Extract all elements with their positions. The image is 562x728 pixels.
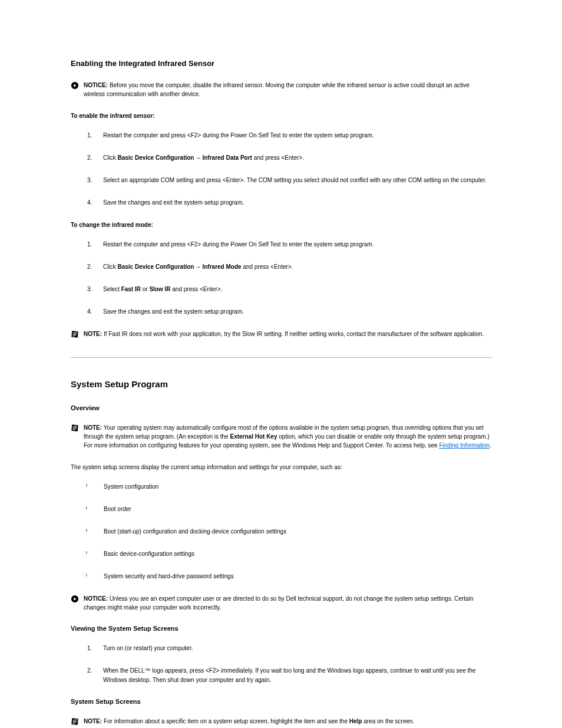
notice-text: NOTICE: Before you move the computer, di… <box>84 81 491 98</box>
list-item: System security and hard-drive password … <box>86 572 491 581</box>
overview-heading: Overview <box>71 404 491 411</box>
list-item: System configuration <box>86 482 491 492</box>
step: Select an appropriate COM setting and pr… <box>71 176 491 185</box>
section-divider <box>71 357 491 358</box>
viewing-heading: Viewing the System Setup Screens <box>71 625 491 632</box>
notice-block: NOTICE: Before you move the computer, di… <box>71 81 491 98</box>
note-block: NOTE: Your operating system may automati… <box>71 423 491 450</box>
step: Save the changes and exit the system set… <box>71 198 491 207</box>
notice-icon <box>71 81 79 90</box>
finding-information-link[interactable]: Finding Information <box>439 442 490 449</box>
notice-body: Before you move the computer, disable th… <box>84 82 470 97</box>
note-text: NOTE: If Fast IR does not work with your… <box>84 330 484 338</box>
step: Restart the computer and press <F2> duri… <box>71 240 491 249</box>
step: Restart the computer and press <F2> duri… <box>71 131 491 140</box>
list-item: Basic device-configuration settings <box>86 549 491 559</box>
notice-body: Unless you are an expert computer user o… <box>84 595 473 611</box>
section-heading-infrared: Enabling the Integrated Infrared Sensor <box>71 59 491 68</box>
list-item: Boot (start-up) configuration and dockin… <box>86 527 491 536</box>
arrow-icon: → <box>194 154 202 161</box>
note-icon <box>71 330 79 338</box>
arrow-icon: → <box>194 263 202 270</box>
enable-heading: To enable the infrared sensor: <box>71 111 491 120</box>
step: Save the changes and exit the system set… <box>71 307 491 317</box>
step: Click Basic Device Configuration→Infrare… <box>71 153 491 163</box>
notice-icon <box>71 595 79 603</box>
settings-list: System configuration Boot order Boot (st… <box>71 482 491 581</box>
note-icon <box>71 424 79 432</box>
change-heading: To change the infrared mode: <box>71 220 491 229</box>
step: Click Basic Device Configuration→Infrare… <box>71 262 491 272</box>
notice-text: NOTICE: Unless you are an expert compute… <box>84 594 491 612</box>
step: Turn on (or restart) your computer. <box>71 644 491 653</box>
notice-block: NOTICE: Unless you are an expert compute… <box>71 594 491 612</box>
section-heading-syssetup: System Setup Program <box>71 379 491 389</box>
note-block: NOTE: If Fast IR does not work with your… <box>71 330 491 338</box>
step: Select Fast IR or Slow IR and press <Ent… <box>71 285 491 294</box>
note-body: For information about a specific item on… <box>104 718 415 724</box>
step: When the DELL™ logo appears, press <F2> … <box>71 666 491 685</box>
screens-heading: System Setup Screens <box>71 698 491 705</box>
note-text: NOTE: Your operating system may automati… <box>84 423 491 450</box>
list-item: Boot order <box>86 505 491 514</box>
note-block: NOTE: For information about a specific i… <box>71 717 491 726</box>
note-icon <box>71 717 79 726</box>
note-text: NOTE: For information about a specific i… <box>84 717 414 726</box>
note-body: If Fast IR does not work with your appli… <box>104 331 484 337</box>
change-steps: Restart the computer and press <F2> duri… <box>71 240 491 317</box>
overview-para: The system setup screens display the cur… <box>71 463 491 472</box>
enable-steps: Restart the computer and press <F2> duri… <box>71 131 491 207</box>
viewing-steps: Turn on (or restart) your computer. When… <box>71 644 491 685</box>
